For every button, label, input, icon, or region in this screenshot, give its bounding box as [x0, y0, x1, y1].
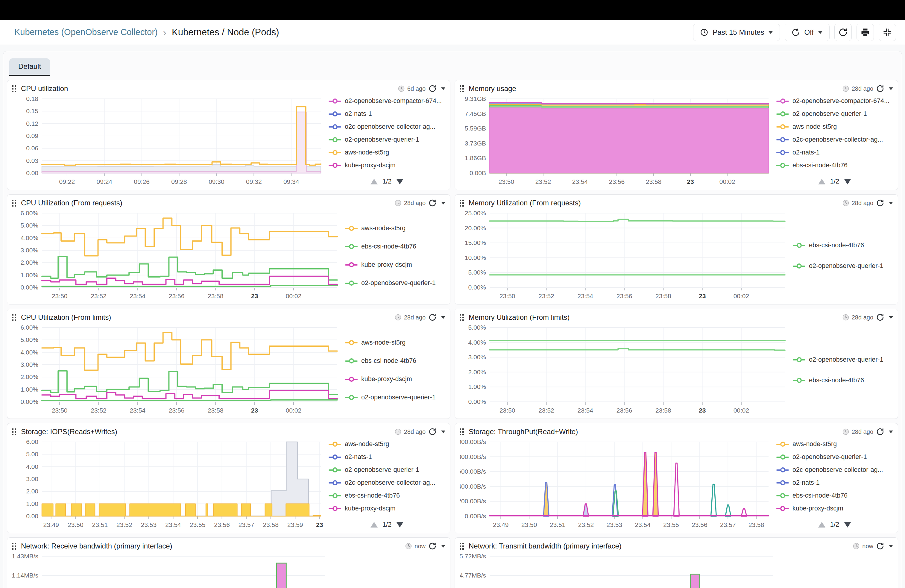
panel-menu-caret-icon[interactable]	[889, 431, 893, 433]
panel-refresh-icon[interactable]	[429, 85, 437, 92]
legend-item[interactable]: o2-nats-1	[776, 149, 893, 156]
drag-handle-icon[interactable]	[12, 543, 16, 550]
drag-handle-icon[interactable]	[460, 314, 464, 321]
legend-item[interactable]: o2-nats-1	[776, 479, 893, 486]
legend-item[interactable]: kube-proxy-dscjm	[345, 375, 445, 383]
svg-text:23:54: 23:54	[165, 521, 181, 528]
legend-item[interactable]: ebs-csi-node-4tb76	[793, 242, 893, 249]
panel-refresh-icon[interactable]	[876, 428, 884, 435]
panel-menu-caret-icon[interactable]	[889, 87, 893, 90]
panel-menu-caret-icon[interactable]	[441, 545, 445, 548]
panel-refresh-icon[interactable]	[876, 313, 884, 321]
panel-refresh-icon[interactable]	[429, 313, 437, 321]
legend-item[interactable]: kube-proxy-dscjm	[776, 505, 893, 512]
print-button[interactable]	[856, 24, 874, 41]
chart-plot[interactable]: 23:5023:5223:5423:5623:582300:029.31GB7.…	[460, 95, 772, 187]
legend-item[interactable]: o2-openobserve-querier-1	[776, 110, 893, 118]
drag-handle-icon[interactable]	[12, 428, 16, 435]
legend-item[interactable]: ebs-csi-node-4tb76	[345, 357, 445, 365]
panel-refresh-icon[interactable]	[876, 199, 884, 207]
chart-plot[interactable]: 23:5023:5223:5423:5623:582300:026.00%5.0…	[12, 209, 341, 301]
legend-item[interactable]: kube-proxy-dscjm	[329, 505, 445, 512]
drag-handle-icon[interactable]	[460, 428, 464, 435]
legend-item[interactable]: aws-node-st5rg	[329, 440, 445, 448]
panel-menu-caret-icon[interactable]	[889, 316, 893, 319]
legend-item[interactable]: o2-openobserve-compactor-674...	[776, 97, 893, 105]
legend-item[interactable]: ebs-csi-node-4tb76	[793, 377, 893, 384]
panel-menu-caret-icon[interactable]	[441, 316, 445, 319]
legend-item[interactable]: o2c-openobserve-collector-ag...	[329, 123, 445, 130]
legend-item[interactable]: o2c-openobserve-collector-ag...	[776, 136, 893, 143]
legend-page-up-icon[interactable]	[370, 179, 378, 184]
legend-marker-icon	[329, 493, 341, 499]
fullscreen-exit-button[interactable]	[879, 24, 896, 41]
tab-default[interactable]: Default	[9, 58, 50, 76]
legend-page-up-icon[interactable]	[818, 522, 826, 528]
svg-text:09:22: 09:22	[59, 178, 75, 185]
svg-text:1.43MB/s: 1.43MB/s	[12, 553, 38, 559]
chart-plot[interactable]: 23:5023:5223:5423:5623:582300:0225.00%20…	[460, 209, 789, 301]
legend-item[interactable]: o2-nats-1	[329, 453, 445, 461]
refresh-button[interactable]	[834, 24, 852, 41]
drag-handle-icon[interactable]	[12, 314, 16, 321]
legend-item[interactable]: kube-proxy-dscjm	[345, 261, 445, 269]
legend-item[interactable]: aws-node-st5rg	[329, 149, 445, 156]
legend-item[interactable]: o2-openobserve-querier-1	[776, 453, 893, 461]
legend-item[interactable]: o2-openobserve-querier-1	[329, 136, 445, 143]
panel-refresh-icon[interactable]	[876, 85, 884, 92]
panel-cpu-utilization-from-requests: CPU Utilization (From requests)28d ago23…	[7, 194, 450, 305]
legend-page-down-icon[interactable]	[844, 522, 851, 528]
legend-page-up-icon[interactable]	[370, 522, 378, 528]
legend-item[interactable]: o2-openobserve-querier-1	[793, 262, 893, 270]
chart-plot[interactable]: 09:2209:2409:2609:2809:3009:3209:340.180…	[12, 95, 324, 187]
drag-handle-icon[interactable]	[12, 200, 16, 207]
panel-menu-caret-icon[interactable]	[441, 202, 445, 205]
legend-item[interactable]: aws-node-st5rg	[345, 339, 445, 346]
legend-item[interactable]: ebs-csi-node-4tb76	[776, 162, 893, 169]
panel-menu-caret-icon[interactable]	[889, 202, 893, 205]
time-range-button[interactable]: Past 15 Minutes	[693, 24, 780, 41]
breadcrumb-root-link[interactable]: Kubernetes (OpenObserve Collector)	[14, 27, 158, 37]
chart-plot[interactable]: 23:4923:5023:5123:5223:5323:5423:5523:56…	[12, 438, 324, 530]
chart-plot[interactable]: 23:5023:5223:5423:5623:582300:025.00%4.0…	[460, 323, 789, 416]
panel-refresh-icon[interactable]	[429, 199, 437, 207]
legend-item[interactable]: o2c-openobserve-collector-ag...	[776, 466, 893, 474]
legend-item[interactable]: o2-openobserve-querier-1	[345, 279, 445, 287]
chart-plot[interactable]: 23:4923:5023:5123:5223:5323:5423:5523:56…	[460, 438, 772, 530]
legend-item[interactable]: o2-openobserve-compactor-674...	[329, 97, 445, 105]
legend-item[interactable]: o2-nats-1	[329, 110, 445, 118]
legend-item[interactable]: o2-openobserve-querier-1	[345, 394, 445, 401]
chart-plot[interactable]: 5.72MB/s4.77MB/s3.81MB/s2.86MB/s	[460, 552, 776, 588]
legend-item[interactable]: ebs-csi-node-4tb76	[345, 243, 445, 250]
legend-page-down-icon[interactable]	[396, 522, 403, 528]
panel-refresh-icon[interactable]	[429, 428, 437, 435]
panel-menu-caret-icon[interactable]	[889, 545, 893, 548]
top-black-bar	[0, 0, 905, 20]
chevron-down-icon	[768, 31, 773, 34]
svg-text:800.00B/s: 800.00B/s	[460, 453, 486, 460]
panel-menu-caret-icon[interactable]	[441, 431, 445, 433]
drag-handle-icon[interactable]	[460, 543, 464, 550]
panel-menu-caret-icon[interactable]	[441, 87, 445, 90]
legend-item[interactable]: o2-openobserve-querier-1	[329, 466, 445, 474]
panel-refresh-icon[interactable]	[876, 542, 884, 550]
legend-page-down-icon[interactable]	[844, 179, 851, 184]
legend-item[interactable]: o2-openobserve-querier-1	[793, 356, 893, 364]
legend-item[interactable]: ebs-csi-node-4tb76	[776, 492, 893, 499]
drag-handle-icon[interactable]	[12, 85, 16, 92]
drag-handle-icon[interactable]	[460, 200, 464, 207]
legend-item[interactable]: aws-node-st5rg	[345, 224, 445, 232]
drag-handle-icon[interactable]	[460, 85, 464, 92]
legend-item[interactable]: aws-node-st5rg	[776, 440, 893, 448]
legend-page-down-icon[interactable]	[396, 179, 403, 184]
chart-plot[interactable]: 23:5023:5223:5423:5623:582300:026.00%5.0…	[12, 323, 341, 416]
legend-item[interactable]: ebs-csi-node-4tb76	[329, 492, 445, 499]
panel-refresh-icon[interactable]	[429, 542, 437, 550]
panel-header: CPU utilization6d ago	[12, 83, 445, 95]
legend-page-up-icon[interactable]	[818, 179, 826, 184]
legend-item[interactable]: o2c-openobserve-collector-ag...	[329, 479, 445, 486]
legend-item[interactable]: kube-proxy-dscjm	[329, 162, 445, 169]
chart-plot[interactable]: 1.43MB/s1.14MB/s878.91KB/s	[12, 552, 329, 588]
legend-item[interactable]: aws-node-st5rg	[776, 123, 893, 130]
auto-refresh-button[interactable]: Off	[785, 24, 830, 41]
